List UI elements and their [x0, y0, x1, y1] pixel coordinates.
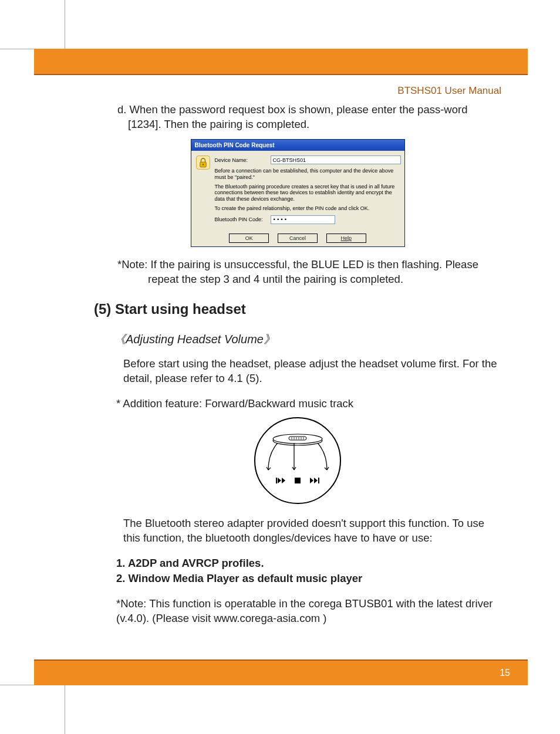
- volume-paragraph: Before start using the headset, please a…: [123, 357, 501, 386]
- cancel-button[interactable]: Cancel: [278, 234, 318, 243]
- svg-marker-19: [314, 478, 318, 483]
- svg-rect-16: [295, 478, 301, 483]
- note-body: If the pairing is unsuccessful, the BLUE…: [148, 258, 478, 285]
- step-d-text: d. When the password request box is show…: [117, 103, 501, 132]
- subsection-adjusting-volume: 《Adjusting Headset Volume》: [114, 332, 501, 347]
- pin-dialog: Bluetooth PIN Code Request Device Name: …: [191, 139, 405, 247]
- dialog-para1: Before a connection can be established, …: [215, 168, 401, 180]
- svg-rect-13: [276, 478, 277, 483]
- dialog-body: Device Name: Before a connection can be …: [191, 151, 404, 232]
- dialog-para2: The Bluetooth pairing procedure creates …: [215, 184, 401, 202]
- device-name-field[interactable]: [271, 155, 401, 164]
- requirements-list: 1. A2DP and AVRCP profiles. 2. Window Me…: [116, 556, 501, 586]
- additional-feature: * Addition feature: Forward/Backward mus…: [116, 397, 501, 411]
- arrow-prev-icon: [266, 442, 284, 477]
- svg-marker-15: [282, 478, 285, 483]
- note2-body: This function is operatable in the coreg…: [116, 597, 492, 624]
- dialog-buttons: OK Cancel Help: [191, 232, 404, 246]
- svg-rect-17: [318, 478, 319, 483]
- step-d-body: When the password request box is shown, …: [128, 103, 467, 130]
- header-bar: [34, 49, 528, 75]
- controls-row: [255, 475, 340, 486]
- note-btusb01: *Note: This function is operatable in th…: [116, 597, 501, 626]
- help-button[interactable]: Help: [326, 234, 366, 243]
- note-pairing: *Note: If the pairing is unsuccessful, t…: [117, 258, 501, 287]
- stop-icon: [295, 475, 301, 486]
- list-item-2: 2. Window Media Player as default music …: [116, 571, 501, 586]
- ok-button[interactable]: OK: [229, 234, 269, 243]
- frame-line: [65, 0, 65, 49]
- note2-prefix: *Note:: [116, 597, 146, 610]
- frame-line: [65, 685, 65, 734]
- page-number: 15: [500, 668, 510, 678]
- dialog-para3: To create the paired relationship, enter…: [215, 205, 401, 211]
- dialog-title-bar: Bluetooth PIN Code Request: [191, 140, 404, 151]
- page-content: d. When the password request box is show…: [94, 103, 501, 658]
- arrow-stop-icon: [289, 442, 299, 477]
- pin-label: Bluetooth PIN Code:: [215, 216, 271, 223]
- adapter-paragraph: The Bluetooth stereo adapter provided do…: [123, 516, 501, 546]
- headset-circle: [254, 417, 341, 504]
- svg-marker-18: [310, 478, 313, 483]
- dialog-container: Bluetooth PIN Code Request Device Name: …: [94, 139, 501, 247]
- pin-field[interactable]: ••••: [271, 215, 335, 224]
- step-d-prefix: d.: [117, 103, 126, 116]
- device-name-label: Device Name:: [215, 157, 271, 164]
- prev-track-icon: [276, 475, 286, 486]
- next-track-icon: [309, 475, 319, 486]
- device-name-row: Device Name:: [215, 155, 401, 164]
- svg-marker-14: [278, 478, 281, 483]
- svg-point-2: [202, 164, 203, 165]
- section-5-heading: (5) Start using headset: [94, 300, 501, 319]
- help-button-label: Help: [341, 235, 352, 241]
- note-prefix: *Note:: [117, 258, 147, 270]
- manual-title: BTSHS01 User Manual: [397, 85, 501, 97]
- footer-bar: 15: [34, 659, 528, 685]
- list-item-1: 1. A2DP and AVRCP profiles.: [116, 556, 501, 571]
- headset-diagram: [94, 417, 501, 508]
- pin-row: Bluetooth PIN Code: ••••: [215, 215, 401, 224]
- arrow-next-icon: [312, 442, 329, 477]
- lock-icon: [195, 154, 211, 171]
